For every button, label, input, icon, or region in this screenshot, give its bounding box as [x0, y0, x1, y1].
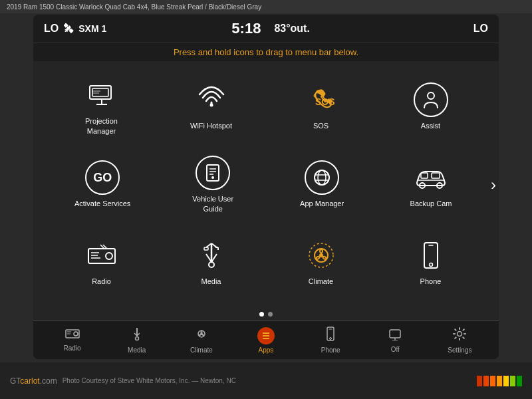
svg-point-15 [318, 170, 326, 185]
media-icon [194, 238, 229, 273]
nav-item-media[interactable]: Media [118, 327, 155, 354]
nav-apps-label: Apps [259, 346, 274, 354]
stripe-3 [490, 376, 495, 386]
climate-label: Climate [309, 277, 333, 286]
main-grid: ProjectionManager WiFi Hotspot [33, 61, 499, 308]
stripe-6 [510, 376, 515, 386]
nav-settings-label: Settings [448, 346, 471, 354]
grid-row-2: GO Activate Services Vehicle UserGuide [47, 146, 485, 223]
nav-radio-label: Radio [63, 344, 80, 352]
vehicle-user-guide-icon [196, 156, 230, 190]
status-left: LO 🛰 SXM 1 [44, 23, 106, 35]
satellite-icon: 🛰 [64, 23, 73, 34]
grid-item-sos[interactable]: SOS SOS [291, 79, 351, 134]
grid-item-wifi-hotspot[interactable]: WiFi Hotspot [182, 79, 241, 134]
decorative-stripes [477, 376, 522, 386]
next-page-arrow[interactable]: › [491, 176, 496, 194]
wifi-hotspot-label: WiFi Hotspot [190, 121, 232, 130]
channel-label: SXM 1 [78, 23, 106, 34]
bottom-nav: Radio Media [33, 321, 499, 359]
grid-item-backup-cam[interactable]: Backup Cam [401, 157, 461, 211]
app-manager-icon [305, 160, 339, 195]
grid-row-3: Radio [47, 223, 485, 301]
sos-icon-wrapper: SOS [304, 82, 338, 117]
status-right: LO [435, 23, 488, 35]
nav-media-label: Media [128, 346, 146, 354]
nav-climate-icon [194, 327, 209, 344]
grid-item-app-manager[interactable]: App Manager [292, 157, 352, 211]
assist-icon [414, 82, 448, 117]
nav-item-climate[interactable]: Climate [183, 327, 219, 354]
grid-row-1: ProjectionManager WiFi Hotspot [47, 68, 485, 146]
nav-item-off[interactable]: Off [377, 327, 414, 353]
photo-credit: Photo Courtesy of Steve White Motors, In… [63, 377, 236, 384]
status-center: 5:18 83°out. [231, 20, 310, 37]
climate-icon [304, 238, 338, 273]
nav-phone-icon [326, 327, 335, 344]
nav-phone-label: Phone [321, 346, 340, 354]
svg-rect-34 [204, 247, 208, 250]
svg-rect-1 [92, 88, 108, 96]
sos-label: SOS [313, 121, 329, 130]
backup-cam-icon [414, 160, 448, 195]
nav-settings-icon [452, 327, 467, 344]
phone-label: Phone [420, 277, 442, 286]
projection-manager-label: ProjectionManager [85, 116, 118, 136]
grid-item-vehicle-user-guide[interactable]: Vehicle UserGuide [183, 152, 243, 217]
logo-text: GTcarlot.com [10, 376, 57, 386]
browser-title: 2019 Ram 1500 Classic Warlock Quad Cab 4… [7, 3, 261, 11]
projection-manager-icon [84, 78, 119, 112]
svg-point-60 [458, 332, 462, 336]
assist-label: Assist [421, 121, 440, 130]
nav-item-phone[interactable]: Phone [313, 327, 349, 354]
svg-point-42 [429, 263, 432, 267]
svg-rect-0 [90, 86, 111, 99]
grid-item-phone[interactable]: Phone [401, 235, 461, 289]
svg-point-46 [74, 332, 78, 336]
svg-point-48 [135, 337, 138, 340]
svg-point-14 [315, 170, 329, 185]
svg-point-13 [211, 176, 214, 179]
activate-services-label: Activate Services [74, 199, 130, 208]
vehicle-user-guide-label: Vehicle UserGuide [192, 194, 233, 213]
stripe-7 [517, 376, 522, 386]
nav-media-icon [132, 327, 142, 344]
page-dot-2 [268, 312, 273, 317]
radio-icon [84, 238, 119, 273]
footer-left: GTcarlot.com Photo Courtesy of Steve Whi… [10, 376, 236, 386]
svg-point-27 [106, 253, 112, 259]
stripe-1 [477, 376, 482, 386]
nav-item-apps[interactable]: Apps [247, 327, 284, 354]
nav-item-radio[interactable]: Radio [54, 329, 90, 352]
grid-item-projection-manager[interactable]: ProjectionManager [72, 74, 132, 139]
footer: GTcarlot.com Photo Courtesy of Steve Whi… [0, 362, 532, 399]
grid-item-activate-services[interactable]: GO Activate Services [71, 157, 134, 211]
nav-radio-icon [65, 329, 80, 342]
time-display: 5:18 [231, 20, 261, 37]
wifi-hotspot-icon [194, 82, 229, 117]
screen: LO 🛰 SXM 1 5:18 83°out. LO Press and hol… [33, 15, 499, 359]
radio-label: Radio [92, 277, 111, 286]
grid-item-media[interactable]: Media [182, 235, 241, 289]
outer-frame: 2019 Ram 1500 Classic Warlock Quad Cab 4… [0, 0, 532, 399]
grid-item-radio[interactable]: Radio [72, 235, 132, 289]
svg-rect-18 [421, 173, 428, 178]
media-label: Media [201, 277, 221, 286]
svg-point-6 [209, 104, 213, 107]
grid-item-climate[interactable]: Climate [291, 235, 351, 289]
svg-rect-23 [88, 249, 115, 263]
nav-apps-icon [257, 327, 275, 344]
nav-item-settings[interactable]: Settings [442, 327, 478, 354]
page-indicators [33, 308, 499, 321]
stripe-2 [483, 376, 489, 386]
svg-rect-40 [424, 243, 438, 268]
phone-icon [414, 238, 448, 273]
svg-point-56 [330, 338, 332, 340]
nav-off-label: Off [391, 346, 400, 353]
svg-rect-19 [432, 173, 440, 178]
backup-cam-label: Backup Cam [410, 199, 452, 208]
app-manager-label: App Manager [300, 199, 344, 208]
grid-item-assist[interactable]: Assist [401, 79, 461, 134]
stripe-5 [503, 376, 509, 386]
svg-rect-57 [390, 330, 400, 338]
